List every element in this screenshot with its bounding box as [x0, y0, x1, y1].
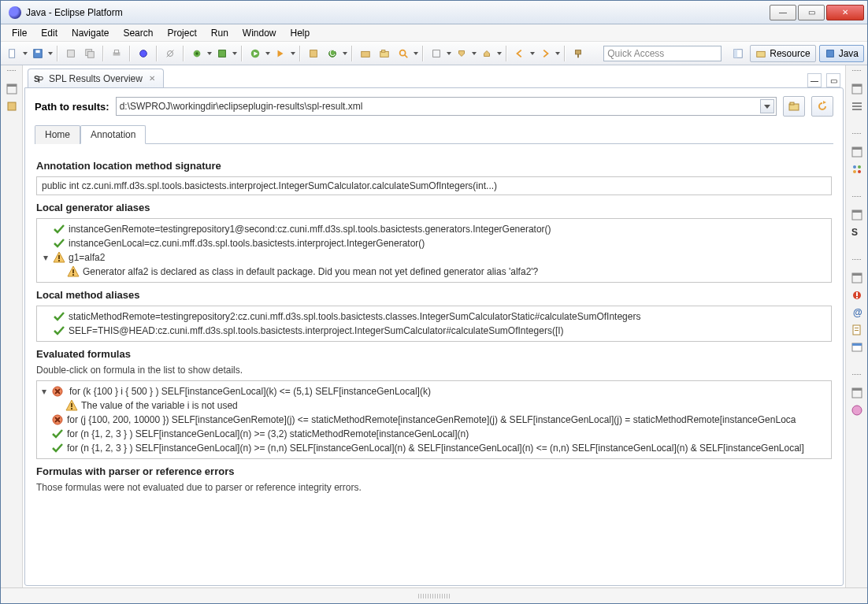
- problems-icon[interactable]: [851, 289, 863, 302]
- list-item[interactable]: instanceGenRemote=testingrepository1@sec…: [42, 222, 826, 236]
- error-log-icon[interactable]: [851, 404, 863, 417]
- new-button[interactable]: [4, 45, 21, 62]
- open-resource-button[interactable]: [376, 45, 393, 62]
- menu-run[interactable]: Run: [205, 26, 235, 40]
- toggle-mark-button[interactable]: [428, 45, 445, 62]
- menu-search[interactable]: Search: [117, 26, 159, 40]
- minimize-view-button[interactable]: —: [807, 73, 822, 87]
- expand-icon[interactable]: ▾: [42, 252, 50, 263]
- debug-dropdown[interactable]: [207, 45, 212, 62]
- back-button[interactable]: [511, 45, 529, 62]
- new-class-button[interactable]: C: [324, 45, 341, 62]
- task-list-icon[interactable]: [851, 100, 863, 113]
- back-dropdown[interactable]: [530, 45, 535, 62]
- list-item[interactable]: ▾for (k {100 } i { 500 } ) SELF[instance…: [40, 384, 828, 398]
- declaration-icon[interactable]: [851, 324, 863, 336]
- run-last-dropdown[interactable]: [291, 45, 295, 62]
- list-item[interactable]: Generator alfa2 is declared as class in …: [42, 265, 826, 279]
- path-combo[interactable]: d:\SWPROJ\workingdir\eclipseplugin-resul…: [116, 97, 777, 116]
- heading-annotation-location: Annotation location method signature: [36, 160, 832, 172]
- new-dropdown[interactable]: [23, 45, 28, 62]
- svg-rect-41: [58, 255, 60, 259]
- svg-rect-29: [734, 49, 737, 57]
- pin-button[interactable]: [569, 45, 587, 62]
- search-button[interactable]: [395, 45, 412, 62]
- debug-button[interactable]: [188, 45, 206, 62]
- path-value: d:\SWPROJ\workingdir\eclipseplugin-resul…: [120, 101, 363, 112]
- restore-view5-icon[interactable]: [851, 387, 863, 399]
- menu-help[interactable]: Help: [284, 26, 317, 40]
- forward-button[interactable]: [536, 45, 554, 62]
- build-button[interactable]: [135, 45, 152, 62]
- restore-view-icon[interactable]: [851, 83, 863, 95]
- minimize-button[interactable]: —: [770, 5, 796, 20]
- quick-access-input[interactable]: Quick Access: [603, 46, 721, 61]
- list-item[interactable]: for (n {1, 2, 3 } ) SELF[instanceGenLoca…: [40, 441, 828, 455]
- list-item[interactable]: for (n {1, 2, 3 } ) SELF[instanceGenLoca…: [40, 427, 828, 441]
- run-dropdown[interactable]: [265, 45, 270, 62]
- svg-rect-0: [9, 49, 15, 57]
- run-last-button[interactable]: [272, 45, 289, 62]
- package-explorer-icon[interactable]: [6, 100, 18, 113]
- search-dropdown[interactable]: [414, 45, 418, 62]
- heading-parser-errors: Formulas with parser or reference errors: [36, 465, 832, 477]
- coverage-dropdown[interactable]: [232, 45, 237, 62]
- menu-navigate[interactable]: Navigate: [65, 26, 115, 40]
- restore-view2-icon[interactable]: [851, 146, 863, 158]
- save-all-button[interactable]: [62, 45, 80, 62]
- list-item[interactable]: ▾g1=alfa2: [42, 250, 826, 265]
- menu-project[interactable]: Project: [161, 26, 202, 40]
- save-dropdown[interactable]: [48, 45, 53, 62]
- expand-icon[interactable]: ▾: [40, 386, 48, 397]
- menu-edit[interactable]: Edit: [35, 26, 64, 40]
- refresh-button[interactable]: [811, 96, 833, 117]
- browse-button[interactable]: [783, 96, 805, 117]
- formulas-box[interactable]: ▾for (k {100 } i { 500 } ) SELF[instance…: [36, 380, 832, 459]
- toggle-mark-dropdown[interactable]: [447, 45, 451, 62]
- spl-view-icon[interactable]: S: [851, 226, 863, 239]
- prev-annotation-dropdown[interactable]: [497, 45, 502, 62]
- next-annotation-button[interactable]: [453, 45, 470, 62]
- new-class-dropdown[interactable]: [343, 45, 347, 62]
- skip-breakpoints-button[interactable]: [161, 45, 179, 62]
- console-icon[interactable]: [851, 341, 863, 354]
- save-all2-button[interactable]: [81, 45, 98, 62]
- view-tab-spl-results[interactable]: SPL SPL Results Overview ✕: [28, 69, 164, 87]
- list-item[interactable]: staticMethodRemote=testingrepository2:cz…: [42, 309, 826, 324]
- svg-text:C: C: [329, 48, 336, 57]
- coverage-button[interactable]: [213, 45, 231, 62]
- javadoc-icon[interactable]: @: [851, 306, 863, 319]
- list-item[interactable]: instanceGenLocal=cz.cuni.mff.d3s.spl.too…: [42, 236, 826, 250]
- titlebar[interactable]: Java - Eclipse Platform — ▭ ✕: [1, 1, 867, 24]
- list-item[interactable]: SELF=THIS@HEAD:cz.cuni.mff.d3s.spl.tools…: [42, 324, 826, 338]
- resize-grip[interactable]: [418, 594, 450, 598]
- menu-file[interactable]: File: [6, 26, 33, 40]
- maximize-view-button[interactable]: ▭: [826, 73, 840, 87]
- close-tab-icon[interactable]: ✕: [149, 74, 155, 83]
- open-perspective-button[interactable]: [729, 45, 747, 62]
- content-scroll[interactable]: Annotation location method signature pub…: [35, 150, 833, 577]
- maximize-button[interactable]: ▭: [798, 5, 825, 20]
- save-button[interactable]: [29, 45, 46, 62]
- perspective-java[interactable]: Java: [819, 45, 864, 62]
- eclipse-icon: [9, 6, 21, 19]
- close-button[interactable]: ✕: [826, 5, 864, 20]
- prev-annotation-button[interactable]: [478, 45, 495, 62]
- tab-annotation[interactable]: Annotation: [80, 125, 146, 144]
- open-type-button[interactable]: [357, 45, 374, 62]
- restore-view3-icon[interactable]: [851, 209, 863, 221]
- menu-window[interactable]: Window: [236, 26, 283, 40]
- restore-view-icon[interactable]: [6, 83, 18, 95]
- new-package-button[interactable]: [305, 45, 322, 62]
- print-button[interactable]: [108, 45, 125, 62]
- outline-icon[interactable]: [851, 163, 863, 176]
- restore-view4-icon[interactable]: [851, 272, 863, 284]
- perspective-resource[interactable]: Resource: [750, 45, 815, 62]
- next-annotation-dropdown[interactable]: [472, 45, 477, 62]
- tab-home[interactable]: Home: [35, 125, 80, 144]
- run-button[interactable]: [247, 45, 264, 62]
- list-item[interactable]: The value of the variable i is not used: [40, 398, 828, 413]
- forward-dropdown[interactable]: [555, 45, 560, 62]
- chevron-down-icon[interactable]: [760, 99, 774, 113]
- list-item[interactable]: for (j {100, 200, 10000 }) SELF[instance…: [40, 413, 828, 427]
